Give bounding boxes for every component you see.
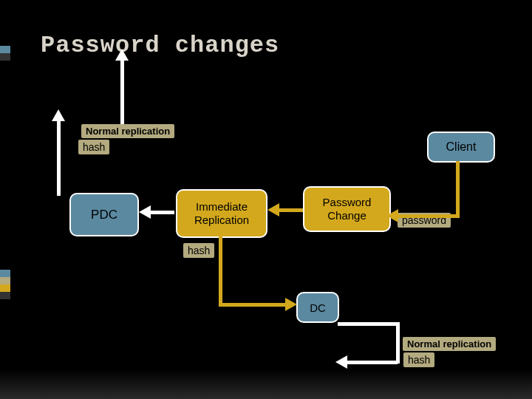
arrow-pdc-up-left-head — [52, 109, 65, 121]
label-hash-bottom: hash — [403, 352, 434, 367]
conn-client-head — [386, 209, 398, 222]
floor-gradient — [0, 369, 532, 399]
arrow-pw-imm-head — [267, 203, 279, 216]
label-hash-top: hash — [78, 140, 109, 154]
arrow-imm-pdc-line — [148, 211, 174, 214]
arrow-dc-right-line — [338, 322, 398, 326]
node-pdc: PDC — [69, 193, 139, 236]
page-title: Password changes — [41, 32, 279, 59]
label-hash-mid: hash — [183, 243, 214, 258]
node-client: Client — [427, 132, 495, 163]
node-pwchange: Password Change — [303, 186, 391, 232]
node-dc: DC — [296, 292, 339, 323]
arrow-pw-imm-line — [276, 208, 303, 212]
arrow-dc-down-line — [396, 322, 400, 364]
node-immediate-label: Immediate Replication — [177, 200, 266, 227]
node-dc-label: DC — [310, 301, 326, 314]
label-normal-replication-bottom: Normal replication — [403, 337, 496, 351]
conn-client-down — [456, 161, 460, 216]
conn-imm-dc-head — [285, 298, 297, 311]
slide-root: Password changes PDC Immediate Replicati… — [0, 0, 532, 399]
arrow-pdc-up-left-line — [57, 118, 61, 196]
node-client-label: Client — [446, 140, 477, 154]
arrow-pdc-up-mid-line — [120, 58, 124, 124]
node-immediate: Immediate Replication — [176, 189, 267, 238]
arrow-pdc-up-mid-head — [115, 49, 129, 61]
arrow-dc-out-head-left — [335, 355, 347, 369]
conn-client-horiz — [395, 214, 460, 218]
arrow-dc-out-line — [346, 361, 398, 364]
conn-imm-dc-horiz — [219, 303, 287, 307]
sidebar-decoration — [0, 0, 12, 399]
node-pwchange-label: Password Change — [304, 196, 389, 222]
node-pdc-label: PDC — [91, 208, 117, 222]
label-normal-replication-top: Normal replication — [81, 124, 174, 138]
conn-imm-dc-vert — [219, 236, 222, 307]
arrow-imm-pdc-head — [139, 205, 151, 219]
